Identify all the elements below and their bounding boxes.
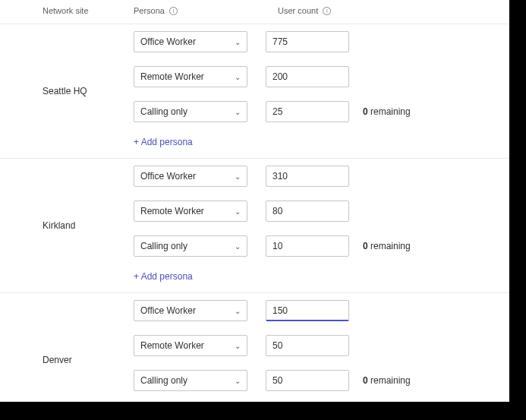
chevron-down-icon: ⌄ [235, 172, 241, 181]
user-count-input[interactable] [266, 66, 349, 87]
add-persona-link[interactable]: + Add persona [121, 129, 509, 158]
user-count-input[interactable] [266, 335, 349, 356]
persona-row: Remote Worker⌄ [121, 328, 509, 363]
persona-rows: Office Worker⌄Remote Worker⌄Calling only… [121, 159, 509, 292]
site-block: DenverOffice Worker⌄Remote Worker⌄Callin… [0, 292, 509, 402]
persona-select-label: Office Worker [140, 305, 196, 316]
persona-select[interactable]: Office Worker⌄ [134, 31, 247, 52]
persona-select[interactable]: Office Worker⌄ [134, 300, 247, 321]
site-block: KirklandOffice Worker⌄Remote Worker⌄Call… [0, 158, 509, 292]
persona-row: Calling only⌄0 remaining [121, 229, 509, 264]
user-count-input[interactable] [266, 300, 349, 321]
user-count-input[interactable] [266, 101, 349, 122]
persona-row: Office Worker⌄ [121, 159, 509, 194]
chevron-down-icon: ⌄ [235, 207, 241, 216]
persona-select-label: Calling only [140, 375, 187, 386]
persona-select-label: Remote Worker [140, 71, 204, 82]
persona-row: Remote Worker⌄ [121, 59, 509, 94]
persona-row: Calling only⌄0 remaining [121, 94, 509, 129]
remaining-count: 0 [363, 106, 368, 117]
persona-row: Remote Worker⌄ [121, 194, 509, 229]
remaining-count: 0 [363, 241, 368, 251]
user-count-input[interactable] [266, 370, 349, 391]
user-count-input[interactable] [266, 201, 349, 222]
user-count-input[interactable] [266, 235, 349, 257]
persona-select-label: Remote Worker [140, 340, 204, 351]
persona-select-label: Office Worker [140, 171, 196, 182]
header-persona-label: Persona [134, 6, 165, 15]
persona-row: Calling only⌄0 remaining [121, 363, 509, 398]
remaining-label: 0 remaining [363, 241, 411, 251]
persona-select-label: Remote Worker [140, 206, 204, 216]
persona-rows: Office Worker⌄Remote Worker⌄Calling only… [121, 24, 509, 158]
remaining-label: 0 remaining [363, 106, 411, 117]
table-header: Network site Persona i User count i [0, 0, 509, 24]
add-persona-link[interactable]: + Add persona [121, 398, 509, 402]
site-name: Denver [0, 355, 121, 365]
site-row: KirklandOffice Worker⌄Remote Worker⌄Call… [0, 159, 509, 292]
header-count: User count i [272, 6, 378, 16]
chevron-down-icon: ⌄ [235, 377, 241, 385]
persona-select[interactable]: Calling only⌄ [134, 235, 247, 257]
remaining-suffix: remaining [368, 106, 411, 117]
network-planner-panel: Network site Persona i User count i Seat… [0, 0, 509, 402]
remaining-label: 0 remaining [363, 375, 411, 386]
chevron-down-icon: ⌄ [235, 38, 241, 46]
remaining-suffix: remaining [368, 241, 411, 251]
chevron-down-icon: ⌄ [235, 307, 241, 315]
site-block: Seattle HQOffice Worker⌄Remote Worker⌄Ca… [0, 24, 509, 158]
persona-select[interactable]: Remote Worker⌄ [134, 201, 247, 222]
site-row: DenverOffice Worker⌄Remote Worker⌄Callin… [0, 293, 509, 402]
header-persona: Persona i [121, 6, 272, 16]
header-site: Network site [0, 6, 121, 16]
persona-row: Office Worker⌄ [121, 24, 509, 59]
persona-select[interactable]: Calling only⌄ [134, 370, 247, 391]
persona-select[interactable]: Remote Worker⌄ [134, 66, 247, 87]
remaining-suffix: remaining [368, 375, 411, 386]
info-icon[interactable]: i [169, 7, 178, 15]
persona-row: Office Worker⌄ [121, 293, 509, 328]
chevron-down-icon: ⌄ [235, 73, 241, 81]
site-name: Seattle HQ [0, 86, 121, 96]
persona-select[interactable]: Office Worker⌄ [134, 166, 247, 187]
info-icon[interactable]: i [323, 7, 331, 15]
add-persona-link[interactable]: + Add persona [121, 264, 509, 292]
chevron-down-icon: ⌄ [235, 242, 241, 251]
site-row: Seattle HQOffice Worker⌄Remote Worker⌄Ca… [0, 24, 509, 158]
user-count-input[interactable] [266, 166, 349, 187]
header-count-label: User count [278, 6, 318, 15]
persona-select[interactable]: Remote Worker⌄ [134, 335, 247, 356]
site-name: Kirkland [0, 220, 121, 231]
chevron-down-icon: ⌄ [235, 342, 241, 350]
persona-rows: Office Worker⌄Remote Worker⌄Calling only… [121, 293, 509, 402]
user-count-input[interactable] [266, 31, 349, 52]
remaining-count: 0 [363, 375, 368, 386]
persona-select-label: Calling only [140, 241, 187, 251]
persona-select[interactable]: Calling only⌄ [134, 101, 247, 122]
persona-select-label: Office Worker [140, 36, 196, 47]
persona-select-label: Calling only [140, 106, 187, 117]
chevron-down-icon: ⌄ [235, 108, 241, 116]
